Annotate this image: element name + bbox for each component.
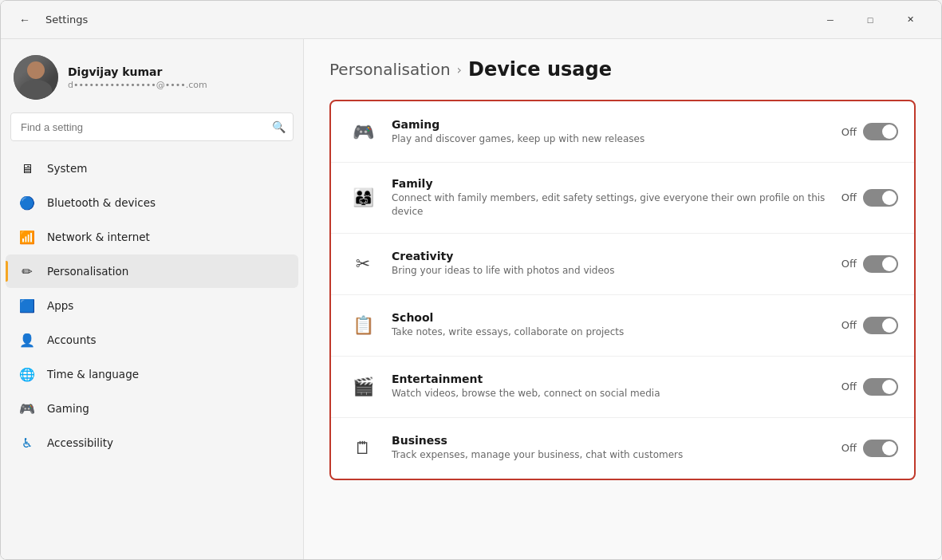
sidebar-item-system[interactable]: 🖥 System [6,152,298,185]
sidebar-item-gaming[interactable]: 🎮 Gaming [6,392,298,425]
user-name: Digvijay kumar [68,65,290,78]
toggle-label-school: Off [841,319,857,331]
sidebar-item-label: Personalisation [47,265,128,278]
creativity-icon: ✂ [347,248,379,280]
user-info: Digvijay kumar d••••••••••••••••@••••.co… [68,65,290,90]
toggle-gaming[interactable] [863,123,898,140]
business-icon: 🗒 [347,432,379,464]
setting-text-family: Family Connect with family members, edit… [392,177,829,219]
breadcrumb-current: Device usage [468,58,612,81]
sidebar-item-accessibility[interactable]: ♿ Accessibility [6,426,298,459]
sidebar-item-label: Network & internet [47,231,150,243]
toggle-wrap-business: Off [841,440,898,457]
setting-text-entertainment: Entertainment Watch videos, browse the w… [392,373,829,400]
personalisation-icon: ✏️ [18,262,36,280]
gaming-icon: 🎮 [18,400,36,417]
toggle-business[interactable] [863,440,898,457]
sidebar-item-label: Accounts [47,333,97,346]
toggle-wrap-gaming: Off [841,123,898,140]
setting-desc-entertainment: Watch videos, browse the web, connect on… [392,387,829,400]
setting-desc-gaming: Play and discover games, keep up with ne… [392,132,829,146]
toggle-wrap-family: Off [841,189,898,207]
sidebar-item-bluetooth[interactable]: 🔵 Bluetooth & devices [6,186,298,219]
network-icon: 📶 [18,228,36,246]
toggle-wrap-school: Off [841,317,898,334]
accessibility-icon: ♿ [18,434,36,452]
maximize-button[interactable]: □ [852,7,889,33]
setting-title-business: Business [392,434,829,447]
accounts-icon: 👤 [18,331,36,349]
back-button[interactable]: ← [14,9,36,31]
toggle-label-business: Off [841,442,857,454]
minimize-button[interactable]: ─ [812,7,849,33]
sidebar-item-network[interactable]: 📶 Network & internet [6,220,298,254]
nav-items: 🖥 System 🔵 Bluetooth & devices 📶 Network… [1,151,303,559]
toggle-entertainment[interactable] [863,378,898,396]
main-content: Personalisation › Device usage 🎮 Gaming … [304,39,941,559]
close-button[interactable]: ✕ [892,7,928,33]
sidebar-item-personalisation[interactable]: ✏️ Personalisation [6,254,298,288]
window-controls: ─ □ ✕ [812,7,928,33]
setting-desc-family: Connect with family members, edit safety… [392,191,829,219]
avatar [14,55,58,100]
setting-text-gaming: Gaming Play and discover games, keep up … [392,118,829,146]
setting-item-school: 📋 School Take notes, write essays, colla… [331,295,914,357]
sidebar-item-label: Bluetooth & devices [47,196,156,209]
breadcrumb-parent: Personalisation [329,60,451,79]
setting-text-business: Business Track expenses, manage your bus… [392,434,829,462]
breadcrumb: Personalisation › Device usage [329,58,916,81]
setting-item-creativity: ✂ Creativity Bring your ideas to life wi… [331,234,914,295]
title-bar: ← Settings ─ □ ✕ [1,1,941,39]
setting-item-gaming: 🎮 Gaming Play and discover games, keep u… [331,101,914,163]
breadcrumb-separator: › [457,62,462,77]
search-input[interactable] [10,112,294,141]
family-icon: 👨‍👩‍👧 [347,182,379,214]
sidebar-item-apps[interactable]: 🟦 Apps [6,289,298,322]
time-icon: 🌐 [18,365,36,383]
search-box: 🔍 [10,112,294,141]
setting-title-entertainment: Entertainment [392,373,829,385]
setting-item-entertainment: 🎬 Entertainment Watch videos, browse the… [331,357,914,418]
sidebar-item-time[interactable]: 🌐 Time & language [6,357,298,391]
settings-list: 🎮 Gaming Play and discover games, keep u… [329,100,916,480]
search-icon: 🔍 [272,120,286,133]
setting-desc-school: Take notes, write essays, collaborate on… [392,325,829,339]
user-email: d••••••••••••••••@••••.com [68,80,290,90]
sidebar-item-label: Apps [47,299,73,312]
setting-desc-business: Track expenses, manage your business, ch… [392,448,829,462]
setting-item-business: 🗒 Business Track expenses, manage your b… [331,418,914,479]
sidebar-item-accounts[interactable]: 👤 Accounts [6,323,298,357]
toggle-label-family: Off [841,191,857,203]
system-icon: 🖥 [18,160,36,177]
toggle-label-creativity: Off [841,258,857,270]
bluetooth-icon: 🔵 [18,194,36,211]
setting-item-family: 👨‍👩‍👧 Family Connect with family members… [331,163,914,234]
entertainment-icon: 🎬 [347,371,379,403]
sidebar-item-label: System [47,162,87,175]
title-bar-left: ← Settings [14,9,812,31]
toggle-label-entertainment: Off [841,381,857,392]
setting-desc-creativity: Bring your ideas to life with photos and… [392,264,829,278]
user-section: Digvijay kumar d••••••••••••••••@••••.co… [1,39,303,112]
app-title: Settings [45,14,88,26]
setting-text-school: School Take notes, write essays, collabo… [392,311,829,339]
toggle-wrap-creativity: Off [841,255,898,273]
toggle-school[interactable] [863,317,898,334]
toggle-label-gaming: Off [841,126,857,138]
sidebar: Digvijay kumar d••••••••••••••••@••••.co… [1,39,304,559]
school-icon: 📋 [347,310,379,341]
sidebar-item-label: Accessibility [47,436,113,449]
app-window: ← Settings ─ □ ✕ Digvijay kumar d•• [0,0,942,560]
setting-title-gaming: Gaming [392,118,829,131]
sidebar-item-label: Gaming [47,402,89,415]
gaming-icon: 🎮 [347,116,379,148]
setting-title-family: Family [392,177,829,190]
toggle-wrap-entertainment: Off [841,378,898,396]
content-area: Digvijay kumar d••••••••••••••••@••••.co… [1,39,941,559]
toggle-creativity[interactable] [863,255,898,273]
sidebar-item-label: Time & language [47,368,139,381]
toggle-family[interactable] [863,189,898,207]
setting-text-creativity: Creativity Bring your ideas to life with… [392,250,829,278]
apps-icon: 🟦 [18,297,36,314]
setting-title-creativity: Creativity [392,250,829,262]
